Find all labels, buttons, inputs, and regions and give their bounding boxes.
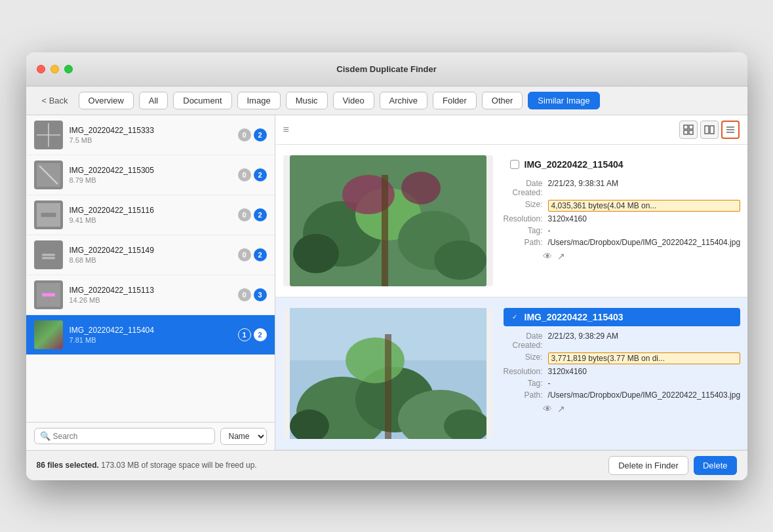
- svg-rect-16: [705, 126, 709, 134]
- sort-select[interactable]: Name Size Date: [220, 428, 267, 445]
- svg-rect-6: [41, 212, 56, 217]
- toolbar: < Back Overview All Document Image Music…: [26, 86, 747, 115]
- tab-image[interactable]: Image: [237, 92, 281, 109]
- file-thumbnail: [34, 161, 63, 189]
- open-icon-1[interactable]: ↗: [557, 251, 565, 261]
- label-tag-1: Tag:: [504, 226, 543, 235]
- right-toolbar: ≡: [275, 115, 747, 145]
- file-thumbnail: [34, 280, 63, 309]
- dup-details-2: IMG_20220422_115403 Date Created: 2/21/2…: [504, 308, 741, 439]
- tab-video[interactable]: Video: [333, 92, 374, 109]
- file-size: 7.81 MB: [69, 336, 231, 344]
- value-size-1: 4,035,361 bytes(4.04 MB on...: [548, 200, 741, 212]
- file-name: IMG_20220422_115149: [69, 246, 231, 255]
- tab-overview[interactable]: Overview: [79, 92, 134, 109]
- file-name: IMG_20220422_115333: [69, 126, 231, 135]
- svg-point-28: [293, 234, 339, 273]
- search-icon: 🔍: [40, 431, 50, 441]
- file-size: 8.68 MB: [69, 256, 231, 264]
- value-date-created-2: 2/21/23, 9:38:29 AM: [548, 332, 741, 350]
- tab-document[interactable]: Document: [173, 92, 231, 109]
- tab-music[interactable]: Music: [286, 92, 328, 109]
- right-panel: ≡: [275, 115, 747, 450]
- file-name: IMG_20220422_115404: [69, 326, 231, 335]
- bottom-bar-left: 🔍 Name Size Date: [26, 422, 275, 450]
- list-item[interactable]: IMG_20220422_115116 9.41 MB 0 2: [26, 195, 275, 235]
- label-path-1: Path:: [504, 238, 543, 247]
- eye-icon-1[interactable]: 👁: [543, 251, 552, 261]
- badge-zero: 0: [238, 208, 251, 221]
- checkbox-1[interactable]: [510, 160, 519, 169]
- file-badges: 1 2: [238, 328, 267, 341]
- badge-zero: 0: [238, 288, 251, 301]
- svg-rect-8: [42, 254, 55, 256]
- file-badges: 0 3: [238, 288, 267, 301]
- list-item[interactable]: IMG_20220422_115149 8.68 MB 0 2: [26, 235, 275, 275]
- dup-header-2: IMG_20220422_115403: [504, 308, 741, 326]
- file-info: IMG_20220422_115149 8.68 MB: [69, 246, 231, 264]
- label-size-2: Size:: [504, 352, 543, 364]
- tab-folder[interactable]: Folder: [433, 92, 477, 109]
- list-item[interactable]: IMG_20220422_115113 14.26 MB 0 3: [26, 275, 275, 315]
- badge-count: 2: [254, 168, 267, 181]
- file-info: IMG_20220422_115333 7.5 MB: [69, 126, 231, 144]
- svg-rect-36: [385, 334, 391, 439]
- back-button[interactable]: < Back: [37, 93, 73, 108]
- minimize-button[interactable]: [50, 65, 59, 73]
- tab-all[interactable]: All: [139, 92, 168, 109]
- column-view-button[interactable]: [700, 121, 719, 139]
- file-size: 8.79 MB: [69, 176, 231, 184]
- list-item[interactable]: IMG_20220422_115333 7.5 MB 0 2: [26, 115, 275, 155]
- file-thumbnail: [34, 200, 63, 229]
- list-view-button[interactable]: [721, 121, 740, 139]
- grid-view-button[interactable]: [679, 121, 698, 139]
- close-button[interactable]: [37, 65, 45, 73]
- file-list: IMG_20220422_115333 7.5 MB 0 2 IMG_20220…: [26, 115, 275, 422]
- file-size: 9.41 MB: [69, 216, 231, 224]
- value-size-2: 3,771,819 bytes(3.77 MB on di...: [548, 352, 741, 364]
- file-name: IMG_20220422_115113: [69, 286, 231, 295]
- file-info: IMG_20220422_115116 9.41 MB: [69, 206, 231, 224]
- svg-point-29: [434, 240, 486, 280]
- label-size-1: Size:: [504, 200, 543, 212]
- badge-count: 2: [254, 208, 267, 221]
- file-thumbnail: [34, 320, 63, 349]
- plant-photo-2: [290, 308, 486, 439]
- open-icon-2[interactable]: ↗: [557, 404, 565, 414]
- meta-icons-1: 👁 ↗: [543, 251, 741, 261]
- search-box[interactable]: 🔍: [34, 428, 215, 444]
- file-thumbnail: [34, 240, 63, 269]
- window-title: Cisdem Duplicate Finder: [336, 64, 436, 74]
- meta-icons-2: 👁 ↗: [543, 404, 741, 414]
- view-controls: [679, 121, 740, 139]
- filter-icon[interactable]: ≡: [283, 124, 289, 136]
- plant-photo-1: [290, 155, 486, 286]
- left-panel: IMG_20220422_115333 7.5 MB 0 2 IMG_20220…: [26, 115, 275, 450]
- dup-details-1: IMG_20220422_115404 Date Created: 2/21/2…: [504, 155, 741, 286]
- status-bar: 86 files selected. 173.03 MB of storage …: [26, 450, 747, 480]
- dup-image-1: [283, 155, 493, 286]
- value-date-created-1: 2/21/23, 9:38:31 AM: [548, 179, 741, 197]
- value-tag-1: -: [548, 226, 741, 235]
- titlebar: Cisdem Duplicate Finder: [26, 52, 747, 86]
- list-item[interactable]: IMG_20220422_115404 7.81 MB 1 2: [26, 315, 275, 355]
- tab-similar-image[interactable]: Similar Image: [528, 92, 599, 109]
- traffic-lights: [37, 65, 73, 73]
- file-thumbnail: [34, 121, 63, 149]
- search-input[interactable]: [53, 432, 209, 441]
- tab-other[interactable]: Other: [482, 92, 523, 109]
- file-info: IMG_20220422_115404 7.81 MB: [69, 326, 231, 344]
- eye-icon-2[interactable]: 👁: [543, 404, 552, 414]
- maximize-button[interactable]: [64, 65, 73, 73]
- dup-title-2: IMG_20220422_115403: [525, 312, 624, 322]
- label-resolution-1: Resolution:: [504, 214, 543, 223]
- dup-header-1: IMG_20220422_115404: [504, 155, 741, 174]
- list-item[interactable]: IMG_20220422_115305 8.79 MB 0 2: [26, 155, 275, 195]
- dup-meta-2: Date Created: 2/21/23, 9:38:29 AM Size: …: [504, 332, 741, 400]
- delete-in-finder-button[interactable]: Delete in Finder: [608, 456, 688, 475]
- svg-rect-15: [689, 130, 693, 134]
- delete-button[interactable]: Delete: [694, 456, 737, 475]
- tab-archive[interactable]: Archive: [380, 92, 427, 109]
- checkbox-2[interactable]: [510, 313, 519, 322]
- value-resolution-1: 3120x4160: [548, 214, 741, 223]
